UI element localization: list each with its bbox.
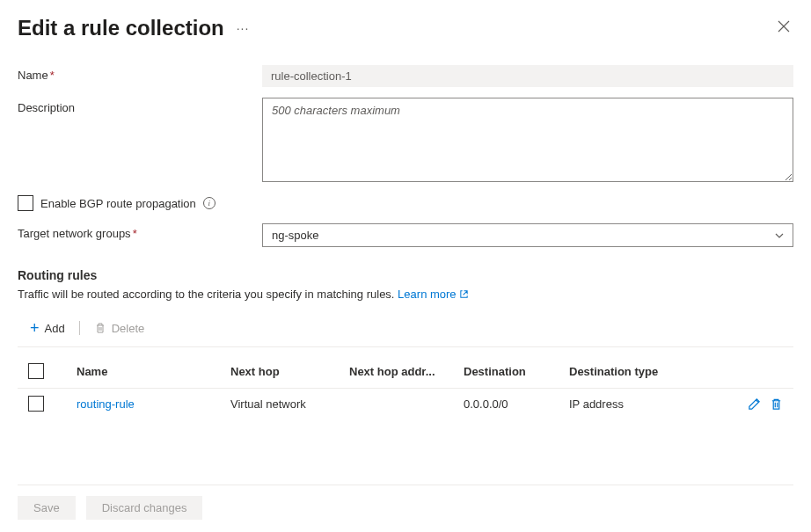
- routing-rules-title: Routing rules: [18, 268, 793, 282]
- rule-next-hop: Virtual network: [230, 397, 349, 411]
- delete-row-icon[interactable]: [770, 397, 783, 411]
- target-groups-value: ng-spoke: [272, 229, 318, 242]
- plus-icon: +: [30, 320, 40, 336]
- learn-more-link[interactable]: Learn more: [398, 288, 468, 301]
- required-indicator: *: [50, 69, 55, 82]
- save-button[interactable]: Save: [18, 496, 76, 520]
- row-checkbox[interactable]: [28, 396, 44, 412]
- rule-destination: 0.0.0.0/0: [464, 397, 569, 411]
- column-destination-type[interactable]: Destination type: [569, 365, 730, 378]
- routing-rules-description: Traffic will be routed according to the …: [18, 288, 793, 301]
- column-destination[interactable]: Destination: [464, 365, 569, 378]
- add-label: Add: [45, 322, 65, 335]
- chevron-down-icon: [775, 231, 784, 240]
- close-button[interactable]: [774, 17, 793, 40]
- name-input: [262, 65, 793, 87]
- more-actions-button[interactable]: ···: [237, 21, 250, 35]
- delete-label: Delete: [112, 322, 145, 335]
- table-header: Name Next hop Next hop addr... Destinati…: [18, 354, 793, 389]
- close-icon: [778, 20, 790, 33]
- target-groups-select[interactable]: ng-spoke: [262, 223, 793, 247]
- target-groups-label: Target network groups*: [18, 223, 262, 240]
- description-label: Description: [18, 98, 262, 114]
- table-row: routing-rule Virtual network 0.0.0.0/0 I…: [18, 389, 793, 419]
- trash-icon: [94, 322, 106, 334]
- bgp-checkbox[interactable]: [18, 195, 33, 211]
- rule-destination-type: IP address: [569, 397, 730, 411]
- column-name[interactable]: Name: [77, 365, 230, 378]
- select-all-checkbox[interactable]: [28, 363, 44, 379]
- bgp-label: Enable BGP route propagation: [40, 197, 196, 210]
- discard-button[interactable]: Discard changes: [86, 496, 203, 520]
- add-rule-button[interactable]: + Add: [28, 317, 67, 339]
- edit-icon[interactable]: [748, 397, 761, 411]
- delete-rule-button[interactable]: Delete: [92, 318, 147, 339]
- description-textarea[interactable]: [262, 98, 793, 182]
- page-title: Edit a rule collection: [18, 16, 224, 40]
- external-link-icon: [459, 289, 469, 299]
- rule-name-link[interactable]: routing-rule: [77, 397, 135, 411]
- column-next-hop[interactable]: Next hop: [230, 365, 349, 378]
- info-icon[interactable]: i: [203, 197, 216, 209]
- toolbar-separator: [79, 321, 80, 335]
- name-label: Name*: [18, 65, 262, 82]
- column-next-hop-addr[interactable]: Next hop addr...: [349, 365, 464, 378]
- required-indicator: *: [133, 227, 137, 240]
